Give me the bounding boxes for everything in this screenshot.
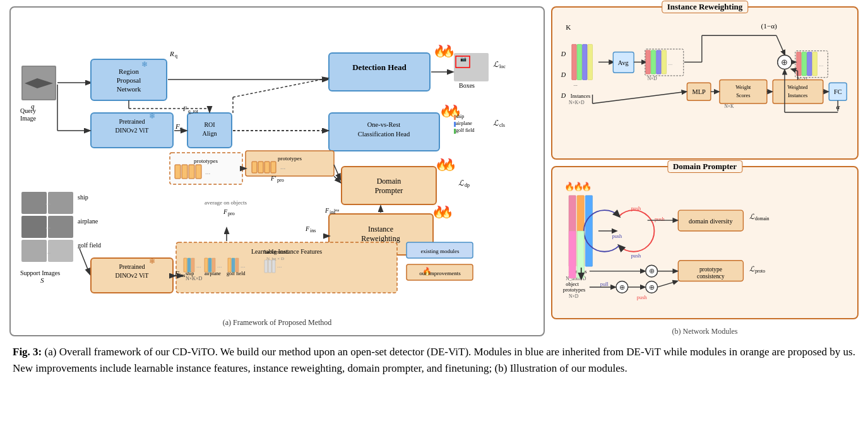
svg-line-254 (658, 281, 677, 287)
svg-text:Image: Image (20, 115, 37, 122)
svg-text:lea: lea (334, 208, 340, 213)
svg-text:Avg: Avg (618, 59, 629, 66)
svg-rect-110 (235, 258, 239, 272)
svg-rect-33 (329, 53, 430, 91)
svg-text:Align: Align (203, 130, 217, 137)
svg-rect-162 (588, 44, 592, 80)
svg-text:prototypes: prototypes (194, 158, 218, 164)
svg-rect-121 (21, 192, 47, 214)
diagram-area: Query Image q Region Proposal Network ❄ … (9, 6, 859, 336)
svg-rect-90 (175, 165, 181, 179)
svg-text:domain: domain (755, 216, 770, 222)
svg-text:push: push (631, 252, 641, 259)
svg-rect-69 (265, 162, 270, 173)
svg-rect-122 (48, 192, 73, 214)
svg-text:ℒ: ℒ (493, 60, 499, 69)
svg-rect-68 (258, 162, 263, 173)
svg-rect-100 (184, 258, 187, 272)
svg-text:...: ... (280, 163, 286, 170)
svg-rect-92 (189, 165, 194, 179)
svg-text:Region: Region (119, 68, 139, 75)
svg-text:q: q (175, 53, 177, 59)
instance-reweighting-title: Instance Reweighting (662, 1, 749, 13)
instance-reweighting-svg: K D D D ... Instances N×K×D (560, 14, 850, 137)
svg-line-183 (776, 35, 785, 54)
domain-prompter-svg: domains N_dom×D 🔥 🔥 🔥 push push push pus… (560, 174, 850, 306)
svg-text:golf field: golf field (456, 127, 475, 133)
svg-rect-67 (252, 162, 257, 173)
svg-text:average on objects: average on objects (205, 199, 247, 206)
svg-line-195 (593, 92, 686, 103)
svg-text:existing modules: existing modules (420, 248, 460, 254)
svg-rect-184 (797, 52, 801, 75)
svg-rect-70 (271, 162, 276, 173)
svg-text:⊕: ⊕ (649, 267, 655, 275)
svg-text:One-vs-Rest: One-vs-Rest (367, 121, 401, 128)
domain-prompter-box: Domain Prompter domains N_dom×D 🔥 🔥 🔥 (551, 166, 859, 319)
svg-rect-102 (191, 258, 194, 272)
svg-text:N×D: N×D (569, 293, 579, 299)
svg-rect-115 (268, 260, 271, 273)
svg-text:prototype: prototype (699, 266, 722, 273)
svg-text:S: S (40, 276, 44, 284)
svg-text:F': F' (270, 175, 276, 182)
svg-text:ins: ins (310, 228, 316, 233)
svg-text:N×K: N×K (724, 103, 734, 109)
svg-text:K: K (566, 23, 571, 31)
svg-text:N×K×D: N×K×D (569, 100, 585, 105)
svg-text:Prompter: Prompter (375, 186, 403, 195)
svg-text:airplane: airplane (456, 121, 472, 126)
right-caption: (b) Network Modules (672, 327, 738, 336)
svg-text:...: ... (277, 262, 282, 269)
svg-rect-53 (454, 122, 456, 127)
svg-text:...: ... (196, 262, 201, 269)
svg-text:Domain: Domain (377, 177, 401, 186)
svg-text:Scores: Scores (736, 92, 750, 98)
svg-text:Pretrained: Pretrained (119, 263, 145, 270)
svg-text:our improvements: our improvements (419, 270, 461, 276)
svg-text:D: D (561, 71, 566, 78)
svg-text:MLP: MLP (693, 88, 706, 95)
svg-text:golf field: golf field (78, 242, 101, 249)
svg-rect-129 (21, 240, 47, 262)
svg-text:Weighted: Weighted (788, 84, 809, 90)
svg-text:ℒ: ℒ (749, 265, 755, 273)
svg-rect-216 (585, 196, 592, 266)
svg-text:ℒ: ℒ (749, 213, 755, 220)
svg-rect-105 (208, 258, 211, 272)
instance-reweighting-box: Instance Reweighting K D D D ... Instanc… (551, 6, 859, 160)
svg-text:pro: pro (277, 177, 284, 183)
svg-rect-116 (272, 260, 275, 273)
svg-text:q: q (31, 102, 35, 110)
svg-text:ship: ship (456, 114, 464, 119)
svg-text:ROI: ROI (204, 121, 215, 128)
left-caption: (a) Framework of Proposed Method (18, 318, 536, 328)
main-container: Query Image q Region Proposal Network ❄ … (0, 0, 868, 384)
svg-text:F: F (305, 225, 310, 232)
svg-rect-126 (48, 216, 73, 238)
svg-text:Proposal: Proposal (117, 76, 141, 84)
svg-rect-125 (21, 216, 47, 238)
svg-rect-172 (657, 50, 661, 74)
svg-rect-170 (646, 50, 650, 74)
svg-text:Weight: Weight (735, 84, 751, 90)
svg-text:🔥: 🔥 (439, 205, 454, 219)
svg-text:pull: pull (600, 281, 609, 287)
svg-text:prototypes: prototypes (278, 155, 302, 162)
svg-rect-161 (583, 44, 587, 80)
svg-text:push: push (655, 216, 665, 222)
svg-text:N×K×D: N×K×D (186, 276, 203, 281)
right-caption-row: (b) Network Modules (551, 327, 859, 336)
svg-text:Classification Head: Classification Head (358, 131, 410, 138)
svg-text:...: ... (241, 262, 246, 269)
svg-text:N×D: N×D (648, 76, 658, 81)
svg-text:dp: dp (465, 182, 470, 188)
svg-text:...: ... (45, 222, 51, 230)
domain-prompter-title: Domain Prompter (667, 160, 742, 173)
svg-text:DINOv2 ViT: DINOv2 ViT (116, 127, 149, 134)
svg-rect-104 (205, 258, 208, 272)
svg-text:Reweighting: Reweighting (361, 234, 400, 243)
svg-text:loc: loc (499, 64, 506, 69)
svg-text:proto: proto (755, 268, 765, 274)
svg-text:consistency: consistency (697, 273, 725, 280)
